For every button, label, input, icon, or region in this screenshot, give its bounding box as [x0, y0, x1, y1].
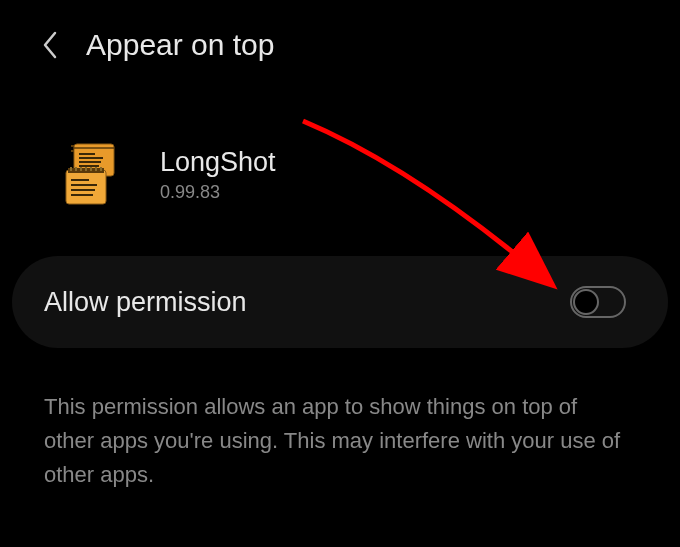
app-info: LongShot 0.99.83 [0, 82, 680, 238]
header: Appear on top [0, 0, 680, 82]
svg-rect-2 [79, 153, 95, 155]
svg-rect-11 [75, 167, 77, 171]
back-icon[interactable] [42, 31, 58, 59]
svg-rect-16 [100, 167, 102, 171]
svg-rect-4 [79, 161, 101, 163]
app-name: LongShot [160, 147, 276, 178]
permission-description: This permission allows an app to show th… [0, 348, 680, 512]
svg-rect-12 [80, 167, 82, 171]
svg-rect-15 [95, 167, 97, 171]
svg-rect-19 [71, 189, 95, 191]
app-icon [60, 142, 120, 208]
svg-rect-7 [71, 150, 74, 152]
svg-rect-20 [71, 194, 93, 196]
permission-label: Allow permission [44, 287, 247, 318]
svg-rect-3 [79, 157, 103, 159]
svg-rect-13 [85, 167, 87, 171]
svg-rect-6 [71, 145, 74, 147]
toggle-knob [573, 289, 599, 315]
permission-row[interactable]: Allow permission [12, 256, 668, 348]
svg-rect-14 [90, 167, 92, 171]
app-version: 0.99.83 [160, 182, 276, 203]
svg-rect-17 [71, 179, 89, 181]
svg-rect-10 [70, 167, 72, 171]
permission-toggle[interactable] [570, 286, 626, 318]
svg-rect-5 [79, 165, 99, 167]
app-meta: LongShot 0.99.83 [160, 147, 276, 203]
page-title: Appear on top [86, 28, 274, 62]
svg-rect-8 [66, 170, 106, 204]
svg-rect-18 [71, 184, 97, 186]
